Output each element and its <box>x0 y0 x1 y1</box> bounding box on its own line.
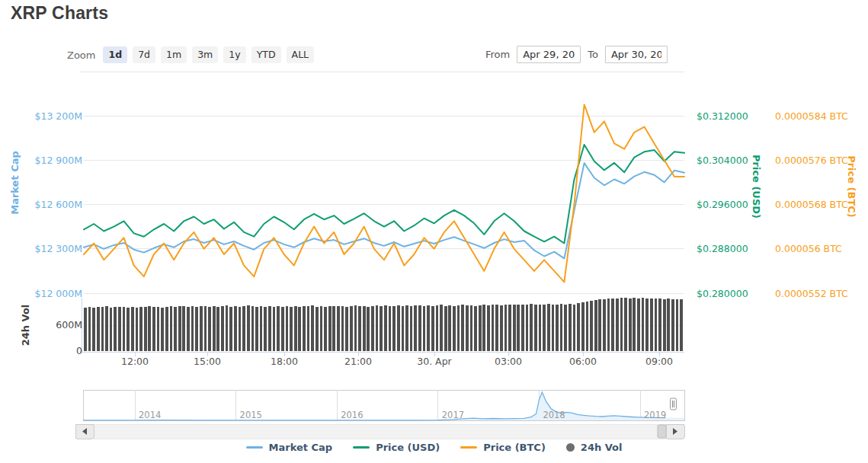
navigator-year-label: 2017 <box>442 410 464 420</box>
volume-bar <box>431 306 434 351</box>
volume-bar <box>513 305 516 351</box>
navigator[interactable] <box>83 390 684 420</box>
price-usd-axis-title: Price (USD) <box>751 155 762 219</box>
volume-bar <box>350 306 353 351</box>
scrollbar-thumb[interactable] <box>658 425 666 438</box>
volume-bar <box>466 305 469 351</box>
volume-bar <box>534 305 537 351</box>
volume-bar <box>380 306 383 351</box>
chart-legend: Market CapPrice (USD)Price (BTC)24h Vol <box>0 442 868 453</box>
volume-bar <box>358 306 361 351</box>
price-usd-tick-label: $0.296000 <box>697 199 748 210</box>
volume-bar <box>294 306 297 352</box>
navigator-year-label: 2019 <box>644 410 666 420</box>
legend-item-label: Price (USD) <box>376 442 440 453</box>
chart-area[interactable]: 12:0015:0018:0021:0030. Apr03:0006:0009:… <box>0 0 868 463</box>
volume-bar <box>187 307 190 351</box>
volume-bar <box>418 305 421 351</box>
volume-bar <box>174 307 177 351</box>
scrollbar-right-button[interactable] <box>666 424 684 439</box>
volume-bar <box>645 299 649 351</box>
volume-bar <box>508 305 511 351</box>
volume-bar <box>500 305 503 351</box>
volume-bar <box>178 306 181 351</box>
x-axis-label: 18:00 <box>271 356 298 367</box>
volume-bar <box>345 307 348 351</box>
volume-bar <box>367 307 370 351</box>
volume-bar <box>470 305 473 351</box>
volume-bar <box>182 306 185 351</box>
navigator-scrollbar <box>75 424 684 439</box>
volume-bar <box>363 306 366 352</box>
scrollbar-track[interactable] <box>94 424 666 439</box>
volume-bar <box>397 305 400 351</box>
legend-line-marker <box>353 446 370 449</box>
volume-bar <box>332 306 335 352</box>
volume-bar <box>616 299 619 351</box>
volume-bar <box>487 305 490 351</box>
volume-bar <box>273 307 276 351</box>
volume-bar <box>157 307 160 351</box>
volume-bar <box>680 299 683 351</box>
x-axis-label: 09:00 <box>645 356 673 367</box>
volume-bar <box>611 299 614 351</box>
volume-bar <box>101 307 104 351</box>
market-cap-tick-label: $12 900M <box>35 155 82 166</box>
x-axis-label: 03:00 <box>495 356 522 367</box>
market-cap-tick-label: $12 300M <box>35 243 82 254</box>
volume-bar <box>560 304 563 351</box>
volume-bar <box>552 305 555 351</box>
volume-bar <box>655 299 658 351</box>
price-btc-tick-label: 0.000056 BTC <box>775 243 842 254</box>
volume-bar <box>564 305 567 351</box>
chart-svg[interactable]: 12:0015:0018:0021:0030. Apr03:0006:0009:… <box>0 0 868 463</box>
volume-bar <box>204 306 207 352</box>
price-usd-tick-label: $0.288000 <box>697 243 748 254</box>
x-axis-label: 15:00 <box>194 356 221 367</box>
volume-bar <box>663 299 666 351</box>
volume-bar <box>170 306 173 351</box>
volume-bar <box>676 299 679 351</box>
volume-bar <box>229 307 232 351</box>
market-cap-line <box>84 163 684 258</box>
volume-bar <box>144 307 147 351</box>
volume-bar <box>239 307 242 351</box>
volume-bar <box>573 305 576 351</box>
volume-bar <box>208 307 211 351</box>
navigator-year-label: 2014 <box>139 410 161 420</box>
legend-item-24h-vol[interactable]: 24h Vol <box>566 442 623 453</box>
volume-bar <box>671 299 674 351</box>
volume-bar <box>427 305 430 351</box>
scrollbar-left-button[interactable] <box>75 424 94 439</box>
volume-bar <box>371 306 374 351</box>
volume-bar <box>221 306 224 351</box>
volume-bar <box>247 305 250 351</box>
navigator-handle[interactable] <box>671 398 677 410</box>
volume-bar <box>590 301 593 351</box>
volume-bar <box>281 307 284 351</box>
volume-bar <box>234 306 237 351</box>
volume-bar <box>251 306 255 351</box>
navigator-year-label: 2018 <box>543 410 565 420</box>
volume-bar <box>410 306 413 351</box>
volume-tick-label: 600M <box>56 319 82 330</box>
volume-bar <box>517 305 520 351</box>
x-axis-label: 06:00 <box>569 356 597 367</box>
volume-bar <box>457 305 460 351</box>
volume-bar <box>392 306 396 352</box>
legend-item-price-usd-[interactable]: Price (USD) <box>353 442 440 453</box>
legend-item-market-cap[interactable]: Market Cap <box>246 442 333 453</box>
price-btc--line <box>84 104 684 282</box>
market-cap-tick-label: $12 600M <box>35 199 82 210</box>
volume-bar <box>482 305 485 351</box>
volume-bar <box>492 305 495 351</box>
volume-bar <box>298 307 301 351</box>
market-cap-tick-label: $12 000M <box>35 288 82 299</box>
volume-bar <box>402 306 405 351</box>
legend-item-price-btc-[interactable]: Price (BTC) <box>460 442 546 453</box>
volume-bar <box>195 307 198 351</box>
volume-bar <box>495 305 498 351</box>
volume-bar <box>526 305 529 351</box>
legend-item-label: 24h Vol <box>581 442 623 453</box>
volume-bar <box>127 308 130 351</box>
